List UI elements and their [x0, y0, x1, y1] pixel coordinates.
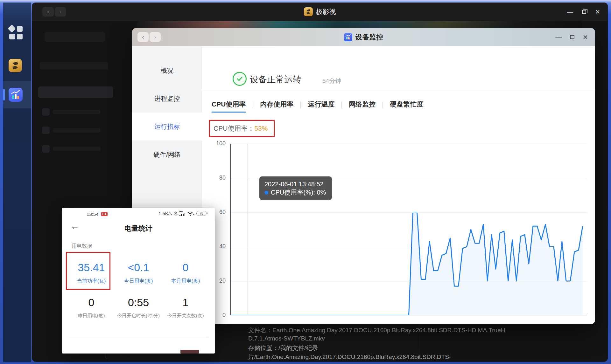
metric-tabs: CPU使用率 内存使用率 运行温度 网络监控 硬盘繁忙度	[212, 100, 423, 113]
network-speed: 1.5K/s	[158, 211, 172, 216]
sidebar-item-process-monitor[interactable]: 进程监控	[132, 85, 202, 113]
sidebar-item-hardware-network[interactable]: 硬件/网络	[132, 141, 202, 168]
device-maximize-button[interactable]	[570, 35, 574, 39]
background-list-item	[53, 110, 101, 114]
switch-count-label: 今日开关次数(次)	[160, 313, 211, 319]
today-usage-label: 今日用电(度)	[113, 278, 164, 285]
chart-line-svg	[231, 144, 587, 315]
background-search-stub	[45, 32, 105, 42]
month-usage-label: 本月用电(度)	[160, 278, 211, 285]
background-list-item	[53, 128, 101, 133]
background-list-icon	[42, 108, 50, 116]
annotation-box-cpu: CPU使用率： 53%	[209, 120, 275, 137]
month-usage-value: 0	[160, 261, 211, 274]
file-location-line1: 存储位置：/我的文件/纪录	[248, 344, 522, 352]
app-title-glyph	[304, 7, 313, 16]
current-power-value: 35.41	[66, 261, 117, 274]
status-ok-icon	[233, 72, 247, 86]
tooltip-series-value: 0%	[317, 189, 326, 196]
device-status-text: 设备正常运转	[250, 74, 301, 85]
chart-gridline	[231, 178, 587, 178]
background-list-item	[53, 147, 101, 151]
minimize-button[interactable]: —	[567, 9, 573, 15]
device-close-button[interactable]: ✕	[583, 34, 588, 40]
device-monitor-title-icon	[344, 33, 352, 41]
back-button[interactable]: ‹	[42, 7, 54, 17]
tab-memory-usage[interactable]: 内存使用率	[260, 100, 293, 113]
main-window-title: 极影视	[316, 7, 336, 16]
phone-status-icons: 1.5K/s HD 6 78	[158, 210, 207, 216]
file-location-line2: 片/Earth.One.Amazing.Day.2017.DOCU.2160p.…	[248, 353, 522, 361]
tab-network-monitor[interactable]: 网络监控	[349, 100, 376, 113]
file-name-line1: 文件名：Earth.One.Amazing.Day.2017.DOCU.2160…	[248, 326, 522, 334]
app-launcher-icon[interactable]	[9, 25, 23, 39]
forward-button[interactable]: ›	[55, 7, 66, 17]
yesterday-usage-label: 昨日用电(度)	[66, 313, 117, 319]
cpu-usage-chart[interactable]: 2022-06-01 13:48:52 CPU使用率(%): 0% 020406…	[230, 144, 587, 315]
background-list-icon	[42, 127, 50, 134]
device-uptime: 54分钟	[322, 77, 341, 85]
wifi6-label: 6	[193, 213, 194, 216]
close-button[interactable]: ✕	[595, 9, 600, 15]
device-minimize-button[interactable]: —	[555, 34, 562, 40]
clipped-bottom-fragment	[180, 350, 199, 354]
tab-separator	[300, 101, 301, 108]
tooltip-timestamp: 2022-06-01 13:48:52	[264, 180, 327, 188]
background-list-item	[40, 62, 108, 70]
chart-tooltip: 2022-06-01 13:48:52 CPU使用率(%): 0%	[259, 176, 332, 200]
tab-separator	[341, 101, 342, 108]
tab-temperature[interactable]: 运行温度	[308, 100, 334, 113]
chart-gridline	[231, 212, 587, 213]
media-app-glyph	[9, 59, 22, 72]
monitor-app-glyph	[9, 88, 23, 102]
power-data-section-label: 用电数据	[72, 243, 92, 250]
file-name-line2: D.7.1.Atmos-SWTYBLZ.mkv	[248, 335, 522, 342]
restore-button[interactable]	[582, 10, 586, 14]
wifi-icon: 6	[187, 211, 194, 216]
on-duration-value: 0:55	[113, 296, 164, 309]
phone-clock: 13:54	[87, 211, 99, 217]
phone-divider	[68, 338, 208, 338]
tab-disk-busy[interactable]: 硬盘繁忙度	[390, 100, 423, 113]
hd-label: HD	[179, 210, 183, 213]
yesterday-usage-value: 0	[66, 296, 117, 309]
tooltip-series-row: CPU使用率(%): 0%	[264, 188, 327, 196]
dock-active-indicator	[3, 89, 5, 100]
tab-separator	[253, 101, 253, 108]
phone-status-badge-icon	[101, 212, 108, 216]
system-dock	[3, 3, 31, 362]
chart-gridline	[231, 144, 587, 144]
phone-screenshot-overlay: 13:54 1.5K/s HD 6 78 ← 电量统计 用电数据 35.41 <…	[62, 208, 215, 354]
sidebar-item-overview[interactable]: 概况	[132, 57, 202, 85]
device-back-button[interactable]: ‹	[137, 32, 149, 42]
current-power-label: 当前功率(瓦)	[66, 278, 117, 285]
switch-count-value: 1	[160, 296, 211, 309]
phone-page-title: 电量统计	[62, 224, 215, 233]
bluetooth-icon	[174, 211, 178, 216]
on-duration-label: 今日开启时长(时:分)	[113, 313, 164, 319]
cpu-usage-value: 53%	[254, 125, 268, 132]
today-usage-value: <0.1	[113, 261, 164, 274]
device-monitor-title: 设备监控	[355, 32, 383, 42]
sidebar-item-metrics[interactable]: 运行指标	[132, 113, 202, 141]
section-divider	[202, 90, 595, 90]
media-app-icon[interactable]	[9, 59, 22, 72]
y-axis-tick-label: 100	[210, 140, 226, 147]
main-titlebar: 极影视 ‹ › — ✕	[32, 3, 608, 21]
cpu-usage-label: CPU使用率：	[214, 124, 254, 133]
battery-icon: 78	[196, 211, 207, 216]
device-forward-button[interactable]: ›	[150, 32, 161, 42]
series-dot-icon	[264, 191, 268, 195]
chart-gridline	[231, 281, 587, 281]
device-monitor-app-icon[interactable]	[9, 88, 23, 102]
chart-crosshair	[248, 144, 248, 315]
background-list-item	[38, 86, 113, 98]
tab-separator	[383, 101, 383, 108]
tab-cpu-usage[interactable]: CPU使用率	[212, 100, 246, 113]
cellular-signal-icon: HD	[179, 210, 185, 216]
chart-gridline	[231, 247, 587, 247]
app-title-icon	[304, 7, 313, 16]
background-list-icon	[42, 145, 50, 153]
tooltip-series-label: CPU使用率(%):	[271, 189, 315, 196]
y-axis-tick-label: 80	[210, 175, 226, 181]
